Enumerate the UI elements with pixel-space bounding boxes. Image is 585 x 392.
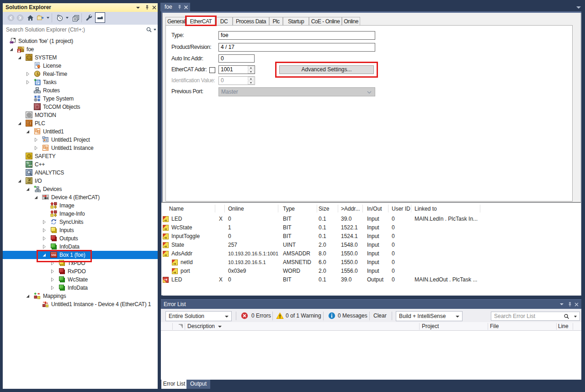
svg-text:++: ++ <box>28 164 32 167</box>
